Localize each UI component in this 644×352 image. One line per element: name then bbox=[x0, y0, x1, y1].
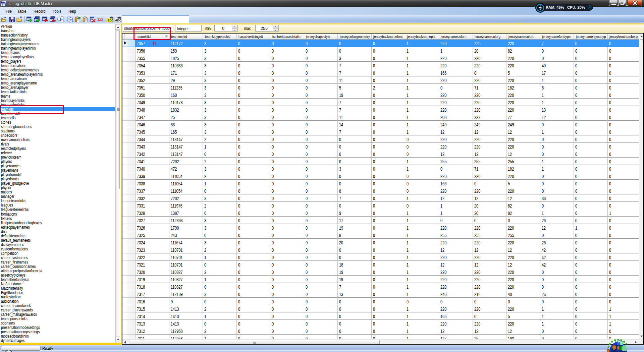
svg-text:123: 123 bbox=[97, 17, 103, 22]
